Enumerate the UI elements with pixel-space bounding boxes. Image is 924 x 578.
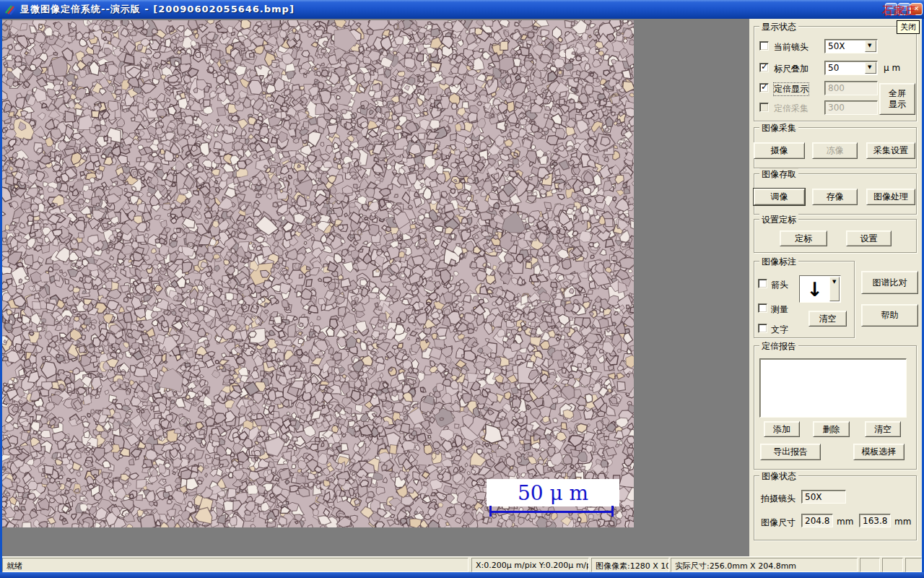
minimize-button[interactable]: ─ <box>885 3 897 15</box>
group-calibration: 设置定标 <box>754 219 917 253</box>
scalebar-tick-left <box>489 506 492 517</box>
close-button[interactable]: ✕ <box>910 3 923 15</box>
fixed-capture-input: 300 <box>824 100 878 115</box>
shoot-lens-value: 50X <box>801 490 846 504</box>
annotation-clear-button[interactable]: 清空 <box>808 311 847 327</box>
arrow-label: 箭头 <box>771 279 788 291</box>
save-image-button[interactable]: 存像 <box>812 189 858 205</box>
fullscreen-button-line2: 显示 <box>889 99 906 110</box>
report-clear-button[interactable]: 清空 <box>865 421 901 437</box>
scalebar-label: 50 μ m <box>518 481 588 505</box>
titlebar[interactable]: 显微图像定倍系统--演示版 - [20090602055646.bmp] ─ ❐… <box>0 0 924 19</box>
current-lens-label: 当前镜头 <box>774 41 808 53</box>
status-pixel-scale: X:0.200μ m/pix Y:0.200μ m/pix <box>471 558 589 572</box>
image-size-label: 图像尺寸 <box>761 517 796 529</box>
image-height-value: 163.8 <box>859 514 891 527</box>
ruler-unit-label: μ m <box>884 63 900 73</box>
status-empty-3 <box>905 558 922 572</box>
calibration-settings-button[interactable]: 设置 <box>846 230 892 246</box>
status-ready: 就绪 <box>2 558 468 572</box>
ruler-overlay-label: 标尺叠加 <box>774 63 808 75</box>
image-width-value: 204.8 <box>801 514 833 527</box>
group-image-status-title: 图像状态 <box>759 470 798 483</box>
window-border-bottom <box>0 572 924 578</box>
report-add-button[interactable]: 添加 <box>764 421 800 437</box>
template-select-button[interactable]: 模板选择 <box>853 444 905 460</box>
current-lens-value: 50X <box>828 41 845 51</box>
load-image-button[interactable]: 调像 <box>754 189 805 205</box>
image-process-button[interactable]: 图像处理 <box>866 189 915 205</box>
group-image-status: 图像状态 <box>754 475 917 540</box>
report-listbox[interactable] <box>759 358 907 418</box>
status-image-pixels: 图像像素:1280 X 1024 <box>591 558 669 572</box>
text-checkbox[interactable] <box>758 324 767 333</box>
group-annotation-title: 图像标注 <box>759 256 798 268</box>
group-report-title: 定倍报告 <box>759 340 798 353</box>
fixed-display-checkbox[interactable] <box>759 83 769 92</box>
close-tooltip: 关闭 <box>897 20 920 34</box>
group-storage-title: 图像存取 <box>759 168 798 181</box>
arrow-checkbox[interactable] <box>758 279 767 288</box>
group-calibration-title: 设置定标 <box>759 214 798 226</box>
app-icon <box>4 4 16 15</box>
image-width-unit: mm <box>837 517 853 527</box>
image-height-unit: mm <box>894 517 911 527</box>
statusbar: 就绪 X:0.200μ m/pix Y:0.200μ m/pix 图像像素:12… <box>2 556 922 572</box>
micrograph-image[interactable] <box>2 20 634 527</box>
measure-checkbox[interactable] <box>758 303 767 313</box>
group-capture-title: 图像采集 <box>759 122 798 134</box>
calibrate-button[interactable]: 定标 <box>780 230 827 246</box>
current-lens-combo[interactable]: 50X <box>824 39 878 53</box>
export-report-button[interactable]: 导出报告 <box>760 444 821 460</box>
help-button[interactable]: 帮助 <box>861 304 918 327</box>
ruler-combo-arrow-icon[interactable] <box>865 62 876 74</box>
shoot-lens-label: 拍摄镜头 <box>761 493 796 505</box>
text-label: 文字 <box>771 324 788 336</box>
app-window: 显微图像定倍系统--演示版 - [20090602055646.bmp] ─ ❐… <box>0 0 924 578</box>
scalebar-label-box: 50 μ m <box>487 479 619 506</box>
report-delete-button[interactable]: 删除 <box>813 421 850 437</box>
arrow-style-combo[interactable]: ↓ <box>799 275 841 303</box>
status-empty-2 <box>882 558 903 572</box>
restore-button[interactable]: ❐ <box>898 3 910 15</box>
fixed-capture-label: 定倍采集 <box>774 103 808 115</box>
fixed-display-input: 800 <box>824 81 878 95</box>
arrow-combo-arrow-icon[interactable] <box>829 277 840 301</box>
status-empty-1 <box>860 558 880 572</box>
ruler-overlay-checkbox[interactable] <box>759 63 769 72</box>
control-panel: 显示状态 当前镜头 50X 标尺叠加 50 μ m 定倍显示 800 定倍采集 … <box>749 19 922 556</box>
window-title: 显微图像定倍系统--演示版 - [20090602055646.bmp] <box>20 3 295 16</box>
scalebar-line <box>489 511 614 513</box>
fullscreen-button[interactable]: 全屏 显示 <box>879 83 915 115</box>
status-actual-size: 实际尺寸:256.0mm X 204.8mm <box>671 558 858 572</box>
current-lens-checkbox[interactable] <box>759 41 769 51</box>
current-lens-combo-arrow-icon[interactable] <box>865 40 876 52</box>
arrow-down-icon: ↓ <box>800 276 829 302</box>
measure-label: 测量 <box>771 303 788 316</box>
ruler-value-combo[interactable]: 50 <box>824 61 878 75</box>
atlas-compare-button[interactable]: 图谱比对 <box>861 271 918 294</box>
scalebar-tick-right <box>611 506 614 517</box>
fullscreen-button-line1: 全屏 <box>889 88 906 99</box>
fixed-capture-checkbox <box>759 103 769 112</box>
ruler-value: 50 <box>828 63 839 73</box>
group-display-status-title: 显示状态 <box>759 21 798 33</box>
freeze-button: 冻像 <box>812 142 858 159</box>
fixed-display-label: 定倍显示 <box>774 83 808 95</box>
shoot-button[interactable]: 摄像 <box>754 142 805 159</box>
capture-settings-button[interactable]: 采集设置 <box>866 142 915 159</box>
